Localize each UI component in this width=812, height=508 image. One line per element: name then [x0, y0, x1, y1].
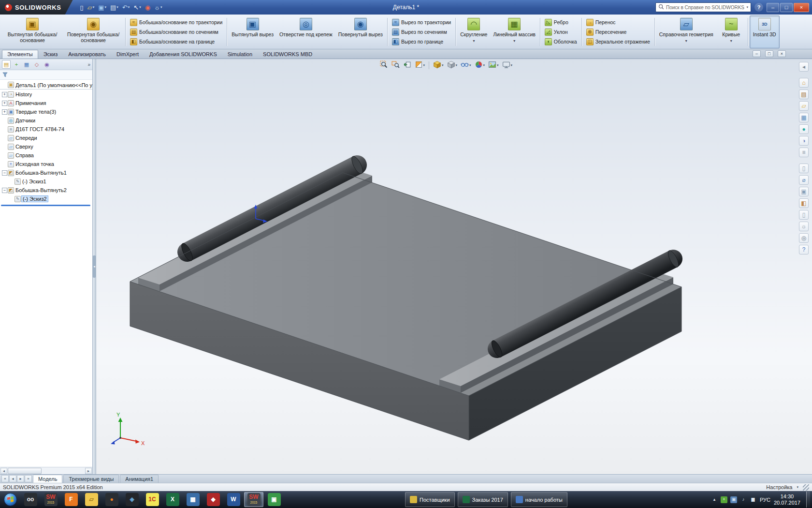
- dropdown-icon[interactable]: ▾: [128, 5, 130, 9]
- file-explorer-icon[interactable]: ▱: [799, 101, 809, 111]
- view-settings-button[interactable]: ▾: [501, 60, 514, 71]
- dropdown-icon[interactable]: ▾: [116, 5, 118, 9]
- panel-horizontal-scrollbar[interactable]: ◂ ▸: [0, 467, 92, 474]
- green-app-taskbar-button[interactable]: ▣: [264, 492, 284, 507]
- tree-item[interactable]: ✎(-) Эскиз2: [0, 194, 92, 203]
- extruded-cut-button[interactable]: ▣Вытянутый вырез: [229, 15, 276, 48]
- help-button[interactable]: ?: [754, 3, 763, 12]
- linear-pattern-button[interactable]: ▦Линейный массив▼: [490, 15, 538, 48]
- taskbar-clock[interactable]: 14:30 20.07.2017: [774, 493, 800, 506]
- word-taskbar-button[interactable]: W: [224, 492, 243, 507]
- search-dropdown-icon[interactable]: ▾: [746, 5, 748, 9]
- open-folder-button[interactable]: ▱▾: [86, 2, 96, 13]
- two-circles-app-taskbar-button[interactable]: oo: [21, 492, 40, 507]
- hole-wizard-button[interactable]: ◎Отверстие под крепеж: [276, 15, 335, 48]
- dropdown-icon[interactable]: ▼: [684, 38, 688, 44]
- first-tab-button[interactable]: «: [1, 475, 9, 482]
- revolved-cut-button[interactable]: ◉Повернутый вырез: [335, 15, 386, 48]
- rebuild-button[interactable]: ◉: [144, 2, 152, 13]
- 1c-taskbar-button[interactable]: 1С: [143, 492, 162, 507]
- help-icon[interactable]: ?: [799, 245, 809, 254]
- apply-scene-button[interactable]: ▾: [487, 60, 500, 71]
- tree-item[interactable]: +AПримечания: [0, 99, 92, 107]
- options-button[interactable]: ☼▾: [153, 2, 163, 13]
- settings-icon[interactable]: ☼: [799, 222, 809, 231]
- excel-taskbar-button[interactable]: X: [163, 492, 182, 507]
- dropdown-icon[interactable]: ▾: [105, 5, 107, 9]
- filter-bar[interactable]: [0, 70, 92, 80]
- overflow-chevron[interactable]: »: [87, 62, 90, 67]
- expander-plus-icon[interactable]: +: [2, 109, 7, 115]
- firefox-taskbar-button[interactable]: ●: [102, 492, 121, 507]
- tree-item[interactable]: ▣Деталь1 (По умолчанию<<По у: [0, 81, 92, 90]
- doc-minimize-button[interactable]: –: [753, 50, 761, 57]
- dropdown-icon[interactable]: ▾: [139, 5, 141, 9]
- last-tab-button[interactable]: »: [25, 475, 32, 482]
- f-app-taskbar-button[interactable]: F: [61, 492, 81, 507]
- next-tab-button[interactable]: ▸: [17, 475, 24, 482]
- dropdown-icon[interactable]: ▾: [160, 5, 162, 9]
- taskbar-window-2[interactable]: Заказы 2017: [458, 492, 508, 507]
- scroll-left-icon[interactable]: ◂: [0, 468, 7, 474]
- instant-3d-button[interactable]: 3DInstant 3D: [750, 15, 780, 48]
- design-library-icon[interactable]: ▤: [799, 90, 809, 99]
- tree-item[interactable]: −◩Бобышка-Вытянуть2: [0, 186, 92, 194]
- mass-properties-icon[interactable]: ▣: [799, 187, 809, 196]
- document-icon[interactable]: ▯: [799, 164, 809, 173]
- revolved-boss-button[interactable]: ◉Повернутая бобышка/основание: [63, 15, 124, 48]
- tab-dimxpert[interactable]: DimXpert: [111, 50, 144, 59]
- expander-plus-icon[interactable]: +: [2, 101, 7, 106]
- swept-cut-button[interactable]: ≈Вырез по траектории: [390, 18, 453, 27]
- boundary-cut-button[interactable]: ◧Вырез по границе: [390, 37, 453, 46]
- hide-show-items-button[interactable]: ▾: [460, 60, 472, 71]
- intersect-button[interactable]: ⊗Пересечение: [584, 28, 652, 37]
- model-tab-2[interactable]: Трехмерные виды: [63, 475, 119, 483]
- tree-item[interactable]: −◩Бобышка-Вытянуть1: [0, 168, 92, 177]
- show-desktop-button[interactable]: [806, 492, 810, 508]
- scroll-right-icon[interactable]: ▸: [85, 468, 92, 474]
- tree-item[interactable]: +◔History: [0, 90, 92, 99]
- shell-button[interactable]: ◖Оболочка: [543, 37, 579, 46]
- view-orientation-button[interactable]: ▾: [432, 60, 445, 71]
- dropdown-icon[interactable]: ▾: [469, 63, 471, 67]
- dropdown-icon[interactable]: ▼: [513, 38, 516, 44]
- 3d-model-canvas[interactable]: Y X: [96, 59, 812, 474]
- tab-эскиз[interactable]: Эскиз: [38, 50, 63, 59]
- dark-app-taskbar-button[interactable]: ◈: [122, 492, 142, 507]
- section-icon[interactable]: ◧: [799, 198, 809, 208]
- select-cursor-button[interactable]: ↖▾: [132, 2, 142, 13]
- rollback-bar[interactable]: [1, 205, 90, 206]
- tab-simulation[interactable]: Simulation: [222, 50, 258, 59]
- part-model[interactable]: [130, 155, 682, 440]
- tab-добавления-solidworks[interactable]: Добавления SOLIDWORKS: [144, 50, 222, 59]
- edit-appearance-button[interactable]: ▾: [474, 60, 486, 71]
- splitter-collapse-handle[interactable]: ◂: [93, 255, 96, 278]
- display-manager-tab-icon[interactable]: ◉: [43, 60, 51, 69]
- tab-solidworks-mbd[interactable]: SOLIDWORKS MBD: [258, 50, 318, 59]
- lofted-boss-button[interactable]: ▤Бобышка/основание по сечениям: [128, 28, 224, 37]
- swept-boss-button[interactable]: ≈Бобышка/основание по траектории: [128, 18, 224, 27]
- tree-item[interactable]: ◎Датчики: [0, 116, 92, 125]
- measure-icon[interactable]: ⌀: [799, 175, 809, 185]
- dropdown-icon[interactable]: ▾: [483, 63, 485, 67]
- close-button[interactable]: ×: [794, 3, 809, 12]
- blue-app-taskbar-button[interactable]: ▦: [183, 492, 203, 507]
- maximize-button[interactable]: □: [780, 3, 793, 12]
- dimxpert-manager-tab-icon[interactable]: ◇: [32, 60, 41, 69]
- minimize-button[interactable]: –: [767, 3, 779, 12]
- taskbar-window-1[interactable]: Поставщики: [405, 492, 455, 507]
- view-palette-icon[interactable]: ▦: [799, 113, 809, 122]
- home-icon[interactable]: ⌂: [799, 78, 809, 88]
- previous-view-button[interactable]: [402, 60, 412, 71]
- custom-properties-icon[interactable]: ≡: [799, 148, 809, 157]
- configuration-manager-tab-icon[interactable]: ▦: [22, 60, 31, 69]
- dropdown-icon[interactable]: ▾: [511, 63, 513, 67]
- scenes-icon[interactable]: ◑: [799, 136, 809, 146]
- camera-icon[interactable]: ◎: [799, 233, 809, 243]
- tree-item[interactable]: ▱Справа: [0, 151, 92, 160]
- scrollbar-thumb[interactable]: [8, 468, 42, 474]
- panel-splitter[interactable]: ◂: [93, 59, 96, 474]
- dropdown-icon[interactable]: ▾: [456, 63, 458, 67]
- doc-close-button[interactable]: ×: [778, 50, 786, 57]
- display-style-button[interactable]: ▾: [446, 60, 459, 71]
